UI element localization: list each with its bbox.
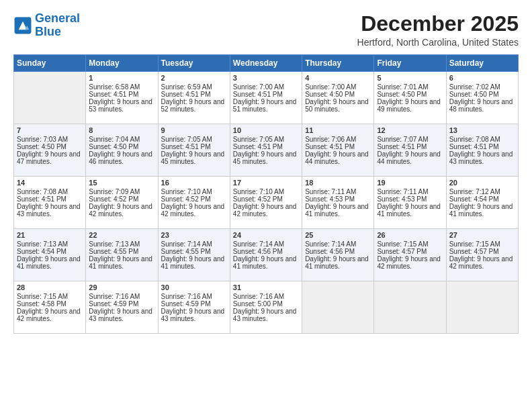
daylight: Daylight: 9 hours and 43 minutes. xyxy=(89,308,152,322)
sunset: Sunset: 4:55 PM xyxy=(89,248,138,255)
sunset: Sunset: 4:52 PM xyxy=(89,195,138,203)
title-block: December 2025 Hertford, North Carolina, … xyxy=(357,12,519,48)
sunrise: Sunrise: 7:15 AM xyxy=(377,240,428,248)
header-cell-tuesday: Tuesday xyxy=(158,55,230,72)
day-cell: 5 Sunrise: 7:01 AM Sunset: 4:50 PM Dayli… xyxy=(374,72,446,124)
day-cell: 11 Sunrise: 7:06 AM Sunset: 4:51 PM Dayl… xyxy=(302,124,374,177)
sunrise: Sunrise: 7:11 AM xyxy=(305,188,356,195)
day-cell: 22 Sunrise: 7:13 AM Sunset: 4:55 PM Dayl… xyxy=(86,229,158,281)
sunset: Sunset: 4:50 PM xyxy=(377,91,427,98)
daylight: Daylight: 9 hours and 46 minutes. xyxy=(89,150,152,165)
location: Hertford, North Carolina, United States xyxy=(357,37,519,48)
sunrise: Sunrise: 7:07 AM xyxy=(377,136,428,143)
sunset: Sunset: 4:52 PM xyxy=(161,195,211,203)
day-cell: 2 Sunrise: 6:59 AM Sunset: 4:51 PM Dayli… xyxy=(158,72,230,124)
sunset: Sunset: 5:00 PM xyxy=(233,300,283,308)
day-number: 28 xyxy=(17,283,83,291)
sunset: Sunset: 4:54 PM xyxy=(449,195,499,203)
day-cell: 14 Sunrise: 7:08 AM Sunset: 4:51 PM Dayl… xyxy=(14,177,86,229)
sunrise: Sunrise: 7:14 AM xyxy=(161,240,212,248)
sunrise: Sunrise: 7:05 AM xyxy=(161,136,212,143)
daylight: Daylight: 9 hours and 53 minutes. xyxy=(89,98,152,113)
day-number: 21 xyxy=(17,231,83,239)
daylight: Daylight: 9 hours and 44 minutes. xyxy=(305,150,369,165)
sunset: Sunset: 4:52 PM xyxy=(233,195,283,203)
daylight: Daylight: 9 hours and 42 minutes. xyxy=(233,203,297,218)
sunset: Sunset: 4:51 PM xyxy=(377,143,427,150)
day-cell: 23 Sunrise: 7:14 AM Sunset: 4:55 PM Dayl… xyxy=(158,229,230,281)
sunrise: Sunrise: 7:10 AM xyxy=(161,188,212,195)
day-cell: 16 Sunrise: 7:10 AM Sunset: 4:52 PM Dayl… xyxy=(158,177,230,229)
header-cell-wednesday: Wednesday xyxy=(230,55,302,72)
daylight: Daylight: 9 hours and 44 minutes. xyxy=(377,150,441,165)
day-cell: 6 Sunrise: 7:02 AM Sunset: 4:50 PM Dayli… xyxy=(446,72,518,124)
sunset: Sunset: 4:58 PM xyxy=(17,300,66,308)
week-row-5: 28 Sunrise: 7:15 AM Sunset: 4:58 PM Dayl… xyxy=(14,281,519,334)
day-cell xyxy=(302,281,374,334)
sunset: Sunset: 4:51 PM xyxy=(449,143,499,150)
header: General Blue December 2025 Hertford, Nor… xyxy=(13,12,519,48)
day-cell: 20 Sunrise: 7:12 AM Sunset: 4:54 PM Dayl… xyxy=(446,177,518,229)
sunrise: Sunrise: 7:16 AM xyxy=(89,293,140,300)
day-number: 16 xyxy=(161,179,227,187)
daylight: Daylight: 9 hours and 48 minutes. xyxy=(449,98,513,113)
sunrise: Sunrise: 7:04 AM xyxy=(89,136,140,143)
daylight: Daylight: 9 hours and 41 minutes. xyxy=(161,255,225,270)
daylight: Daylight: 9 hours and 49 minutes. xyxy=(377,98,441,113)
day-cell: 26 Sunrise: 7:15 AM Sunset: 4:57 PM Dayl… xyxy=(374,229,446,281)
sunrise: Sunrise: 7:10 AM xyxy=(233,188,284,195)
sunset: Sunset: 4:57 PM xyxy=(377,248,427,255)
week-row-1: 1 Sunrise: 6:58 AM Sunset: 4:51 PM Dayli… xyxy=(14,72,519,124)
day-number: 26 xyxy=(377,231,443,239)
daylight: Daylight: 9 hours and 52 minutes. xyxy=(161,98,225,113)
header-cell-friday: Friday xyxy=(374,55,446,72)
day-number: 8 xyxy=(89,126,154,134)
header-cell-thursday: Thursday xyxy=(302,55,374,72)
logo-text: General Blue xyxy=(35,12,80,39)
day-number: 13 xyxy=(449,126,515,134)
sunrise: Sunrise: 7:08 AM xyxy=(17,188,68,195)
daylight: Daylight: 9 hours and 45 minutes. xyxy=(233,150,297,165)
daylight: Daylight: 9 hours and 47 minutes. xyxy=(17,150,81,165)
day-number: 15 xyxy=(89,179,154,187)
sunset: Sunset: 4:51 PM xyxy=(233,91,283,98)
header-cell-saturday: Saturday xyxy=(446,55,518,72)
day-number: 30 xyxy=(161,283,227,291)
day-number: 18 xyxy=(305,179,371,187)
sunrise: Sunrise: 7:11 AM xyxy=(377,188,428,195)
daylight: Daylight: 9 hours and 45 minutes. xyxy=(161,150,225,165)
day-number: 5 xyxy=(377,74,443,82)
day-number: 12 xyxy=(377,126,443,134)
sunset: Sunset: 4:51 PM xyxy=(161,91,211,98)
day-number: 3 xyxy=(233,74,299,82)
day-number: 20 xyxy=(449,179,515,187)
day-number: 29 xyxy=(89,283,154,291)
sunrise: Sunrise: 7:08 AM xyxy=(449,136,500,143)
daylight: Daylight: 9 hours and 42 minutes. xyxy=(161,203,225,218)
header-cell-sunday: Sunday xyxy=(14,55,86,72)
sunrise: Sunrise: 7:15 AM xyxy=(17,293,68,300)
day-number: 6 xyxy=(449,74,515,82)
day-cell: 4 Sunrise: 7:00 AM Sunset: 4:50 PM Dayli… xyxy=(302,72,374,124)
logo: General Blue xyxy=(13,12,80,39)
day-number: 9 xyxy=(161,126,227,134)
day-cell: 13 Sunrise: 7:08 AM Sunset: 4:51 PM Dayl… xyxy=(446,124,518,177)
sunset: Sunset: 4:53 PM xyxy=(377,195,427,203)
sunset: Sunset: 4:59 PM xyxy=(161,300,211,308)
sunrise: Sunrise: 7:00 AM xyxy=(305,83,356,91)
day-number: 17 xyxy=(233,179,299,187)
sunset: Sunset: 4:56 PM xyxy=(305,248,355,255)
daylight: Daylight: 9 hours and 41 minutes. xyxy=(17,255,81,270)
day-number: 1 xyxy=(89,74,154,82)
daylight: Daylight: 9 hours and 43 minutes. xyxy=(161,308,225,322)
day-number: 2 xyxy=(161,74,227,82)
sunrise: Sunrise: 7:06 AM xyxy=(305,136,356,143)
sunrise: Sunrise: 7:14 AM xyxy=(305,240,356,248)
sunrise: Sunrise: 7:16 AM xyxy=(161,293,212,300)
day-cell: 28 Sunrise: 7:15 AM Sunset: 4:58 PM Dayl… xyxy=(14,281,86,334)
header-row: SundayMondayTuesdayWednesdayThursdayFrid… xyxy=(14,55,519,72)
daylight: Daylight: 9 hours and 41 minutes. xyxy=(89,255,152,270)
sunset: Sunset: 4:50 PM xyxy=(449,91,499,98)
sunrise: Sunrise: 7:15 AM xyxy=(449,240,500,248)
week-row-3: 14 Sunrise: 7:08 AM Sunset: 4:51 PM Dayl… xyxy=(14,177,519,229)
